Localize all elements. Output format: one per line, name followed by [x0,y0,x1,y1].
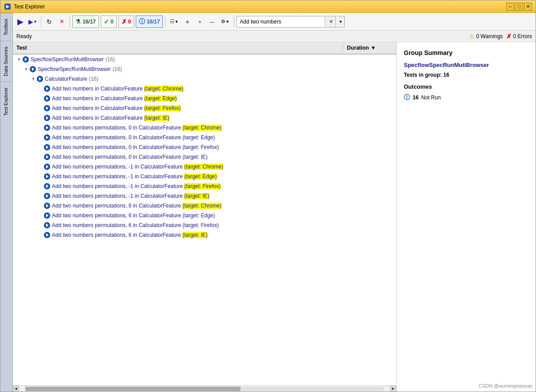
minimize-button[interactable]: – [506,3,514,11]
expand-arrow: ▼ [16,57,22,62]
scroll-right-button[interactable]: ► [390,386,396,392]
groupby-button[interactable]: ≡ [181,16,193,28]
duration-column-header[interactable]: Duration ▼ [343,45,396,51]
notrun-icon [44,173,50,180]
expand-arrow: ▼ [31,76,36,82]
warning-icon: ⚠ [469,33,475,40]
run-all-button[interactable]: ▶ [15,16,26,28]
outcome-notrun-label: Not Run [421,94,441,101]
search-clear-button[interactable]: ✕ [326,16,336,27]
red-x-icon: ✗ [122,18,127,25]
error-icon: ✗ [506,33,512,40]
list-item[interactable]: ▼ Add two numbers permutations, 0 in Cal… [13,152,396,162]
list-item[interactable]: ▼ Add two numbers permutations, 6 in Cal… [13,220,396,230]
list-item[interactable]: ▼ Add two numbers permutations, -1 in Ca… [13,162,396,172]
warning-count: 0 Warnings [476,33,503,39]
notrun-icon [44,86,50,92]
list-item[interactable]: ▼ Add two numbers permutations, -1 in Ca… [13,172,396,181]
search-input[interactable] [236,16,325,27]
horizontal-scrollbar[interactable]: ◄ ► [13,385,396,392]
refresh-button[interactable]: ↻ [43,16,55,28]
playlist-button[interactable]: ☷▼ [168,16,181,28]
test-list-header: Test Duration ▼ [13,42,396,55]
notrun-icon [30,66,36,72]
tree-item-level1[interactable]: ▼ SpecflowSpecRunMutiBrowser (16) [13,64,396,74]
flask-icon: ⚗ [75,18,81,25]
blue-count: 16/17 [146,19,160,25]
green-badge-group: ✓ 0 [101,16,117,28]
test-column-header: Test [13,45,343,51]
outcomes-title: Outcomes [404,83,528,90]
error-count: 0 Errors [513,33,532,39]
list-item[interactable]: ▼ Add two numbers permutations, 0 in Cal… [13,133,396,142]
tree-item-calculatorfeature[interactable]: ▼ CalculatorFeature (16) [13,74,396,84]
watermark: CSDN @wumingxiaoyao [479,383,532,388]
tests-in-group: Tests in group: 16 [404,72,528,78]
outcome-notrun-icon: ⓘ [404,94,410,102]
notrun-icon [44,212,50,219]
duration-sort-icon: ▼ [370,45,376,51]
cancel-button[interactable]: ✕ [56,16,67,28]
notrun-icon [44,95,50,102]
remove-test-button[interactable]: — [206,16,218,28]
notrun-icon [44,144,50,150]
list-item[interactable]: ▼ Add two numbers permutations, 0 in Cal… [13,142,396,152]
title-bar-controls: – ⎕ ✕ [506,3,532,11]
status-right: ⚠ 0 Warnings ✗ 0 Errors [469,33,532,40]
notrun-icon [44,125,50,131]
run-button[interactable]: ▶▼ [27,16,39,28]
status-text: Ready [16,33,32,39]
list-item[interactable]: ▼ Add two numbers permutations, 0 in Cal… [13,123,396,133]
red-count: 0 [128,19,131,25]
list-item[interactable]: ▼ Add two numbers permutations, 6 in Cal… [13,211,396,220]
sidebar-item-testexplorer[interactable]: Test Explorer [0,82,12,121]
group-summary-title: Group Summary [404,49,528,56]
list-item[interactable]: ▼ Add two numbers in CalculatorFeature (… [13,113,396,123]
sidebar-item-toolbox[interactable]: Toolbox [0,13,12,41]
notrun-icon [37,76,43,82]
toolbar-sep-1 [41,16,41,27]
close-button[interactable]: ✕ [524,3,532,11]
notrun-icon [44,134,50,141]
group-summary-pane: Group Summary SpecflowSpecRunMutiBrowser… [397,42,536,392]
warning-badge: ⚠ 0 Warnings [469,33,503,40]
list-item[interactable]: ▼ Add two numbers permutations, -1 in Ca… [13,191,396,201]
notrun-icon [44,183,50,189]
list-item[interactable]: ▼ Add two numbers permutations, -1 in Ca… [13,181,396,191]
test-list-pane: Test Duration ▼ ▼ SpecflowSpecRunMutiBro… [13,42,397,392]
flask-count: 16/17 [83,19,96,25]
add-test-button[interactable]: + [194,16,205,28]
group-name: SpecflowSpecRunMutiBrowser [404,62,528,68]
tree-item-root[interactable]: ▼ SpecflowSpecRunMutiBrowser (16) [13,55,396,64]
settings-button[interactable]: ⚙▼ [219,16,232,28]
scroll-thumb[interactable] [25,387,240,391]
search-dropdown-button[interactable]: ▼ [337,16,345,27]
notrun-icon [44,222,50,228]
title-bar-title: Test Explorer [14,4,506,10]
scroll-left-button[interactable]: ◄ [13,386,19,392]
status-bar: Ready ⚠ 0 Warnings ✗ 0 Errors [13,31,536,42]
list-item[interactable]: ▼ Add two numbers permutations, 6 in Cal… [13,201,396,211]
toolbar: ▶ ▶▼ ↻ ✕ ⚗ 16/17 ✓ 0 ✗ [13,13,536,31]
list-item[interactable]: ▼ Add two numbers in CalculatorFeature (… [13,94,396,103]
notrun-icon [44,164,50,170]
notrun-icon [44,105,50,111]
left-tabs: Toolbox Data Sources Test Explorer [0,13,13,392]
notrun-icon [44,232,50,238]
green-count: 0 [110,19,114,25]
scroll-track [25,387,384,391]
notrun-icon [44,193,50,199]
list-item[interactable]: ▼ Add two numbers in CalculatorFeature (… [13,103,396,113]
sidebar-item-datasources[interactable]: Data Sources [0,41,12,82]
notrun-icon [44,115,50,121]
title-bar: Test Explorer – ⎕ ✕ [0,0,536,13]
list-item[interactable]: ▼ Add two numbers permutations, 6 in Cal… [13,230,396,240]
list-item[interactable]: ▼ Add two numbers in CalculatorFeature (… [13,84,396,94]
blue-badge-group: ⓘ 16/17 [136,16,163,28]
test-list-body[interactable]: ▼ SpecflowSpecRunMutiBrowser (16) ▼ Spec… [13,55,396,385]
notrun-icon [44,203,50,209]
restore-button[interactable]: ⎕ [515,3,523,11]
notrun-icon [44,154,50,160]
green-check-icon: ✓ [104,18,109,25]
red-badge-group: ✗ 0 [118,16,134,28]
